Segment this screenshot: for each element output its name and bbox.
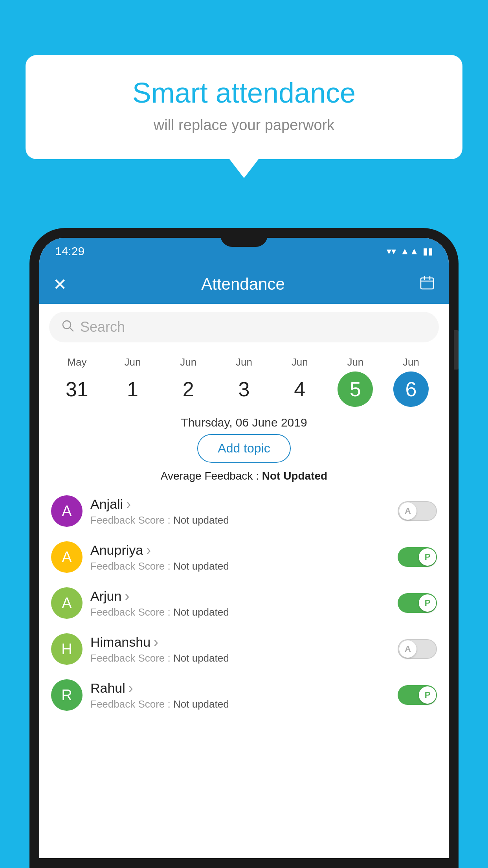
cal-date-number[interactable]: 3 — [226, 371, 262, 407]
student-row[interactable]: AAnjaliFeedback Score : Not updatedA — [47, 488, 441, 534]
phone-notch — [220, 228, 268, 247]
student-info: ArjunFeedback Score : Not updated — [90, 588, 390, 618]
student-feedback: Feedback Score : Not updated — [90, 652, 390, 664]
svg-line-5 — [70, 327, 73, 331]
speech-bubble: Smart attendance will replace your paper… — [26, 55, 462, 159]
student-avatar: H — [51, 633, 83, 665]
student-row[interactable]: HHimanshuFeedback Score : Not updatedA — [47, 626, 441, 672]
student-avatar: A — [51, 541, 83, 573]
student-avatar: R — [51, 679, 83, 711]
student-info: RahulFeedback Score : Not updated — [90, 680, 390, 710]
cal-month-label: Jun — [236, 356, 252, 368]
calendar-day[interactable]: May31 — [57, 356, 97, 407]
signal-icon: ▲▲ — [400, 246, 419, 257]
cal-month-label: Jun — [125, 356, 141, 368]
search-icon — [61, 319, 74, 335]
cal-month-label: May — [67, 356, 86, 368]
student-row[interactable]: RRahulFeedback Score : Not updatedP — [47, 672, 441, 718]
student-feedback: Feedback Score : Not updated — [90, 514, 390, 526]
student-info: AnupriyaFeedback Score : Not updated — [90, 542, 390, 572]
cal-date-number[interactable]: 5 — [338, 371, 373, 407]
attendance-toggle[interactable]: P — [398, 593, 437, 613]
cal-month-label: Jun — [403, 356, 419, 368]
attendance-toggle[interactable]: A — [398, 501, 437, 521]
student-avatar: A — [51, 495, 83, 527]
calendar-day[interactable]: Jun6 — [391, 356, 431, 407]
cal-month-label: Jun — [347, 356, 363, 368]
student-name[interactable]: Rahul — [90, 680, 390, 697]
search-bar[interactable]: Search — [49, 312, 439, 342]
cal-date-number[interactable]: 6 — [393, 371, 429, 407]
calendar-strip: May31Jun1Jun2Jun3Jun4Jun5Jun6 — [39, 350, 449, 409]
calendar-icon[interactable] — [419, 275, 435, 294]
student-feedback: Feedback Score : Not updated — [90, 698, 390, 710]
status-icons: ▾▾ ▲▲ ▮▮ — [387, 246, 433, 257]
attendance-toggle[interactable]: P — [398, 685, 437, 705]
cal-month-label: Jun — [292, 356, 308, 368]
student-list: AAnjaliFeedback Score : Not updatedAAAnu… — [39, 488, 449, 718]
student-row[interactable]: AArjunFeedback Score : Not updatedP — [47, 580, 441, 626]
add-topic-button[interactable]: Add topic — [197, 434, 290, 463]
student-row[interactable]: AAnupriyaFeedback Score : Not updatedP — [47, 534, 441, 580]
phone-screen: 14:29 ▾▾ ▲▲ ▮▮ ✕ Attendance — [39, 238, 449, 858]
cal-date-number[interactable]: 1 — [115, 371, 150, 407]
attendance-toggle[interactable]: P — [398, 547, 437, 567]
selected-date-label: Thursday, 06 June 2019 — [39, 409, 449, 434]
cal-date-number[interactable]: 4 — [282, 371, 317, 407]
student-feedback: Feedback Score : Not updated — [90, 560, 390, 572]
student-info: HimanshuFeedback Score : Not updated — [90, 634, 390, 664]
calendar-day[interactable]: Jun2 — [169, 356, 208, 407]
student-avatar: A — [51, 587, 83, 619]
svg-rect-0 — [421, 278, 433, 289]
bubble-title: Smart attendance — [49, 77, 439, 109]
header-title: Attendance — [201, 275, 285, 294]
attendance-toggle[interactable]: A — [398, 639, 437, 659]
search-input[interactable]: Search — [80, 319, 125, 335]
bubble-subtitle: will replace your paperwork — [49, 117, 439, 134]
calendar-day[interactable]: Jun4 — [280, 356, 319, 407]
student-name[interactable]: Himanshu — [90, 634, 390, 651]
speech-bubble-container: Smart attendance will replace your paper… — [26, 55, 462, 159]
close-button[interactable]: ✕ — [53, 275, 67, 294]
student-name[interactable]: Arjun — [90, 588, 390, 605]
phone-frame: 14:29 ▾▾ ▲▲ ▮▮ ✕ Attendance — [29, 228, 459, 868]
app-header: ✕ Attendance — [39, 265, 449, 304]
average-feedback: Average Feedback : Not Updated — [39, 470, 449, 482]
student-name[interactable]: Anupriya — [90, 542, 390, 559]
student-name[interactable]: Anjali — [90, 496, 390, 513]
cal-date-number[interactable]: 2 — [171, 371, 206, 407]
student-feedback: Feedback Score : Not updated — [90, 606, 390, 618]
calendar-day[interactable]: Jun1 — [113, 356, 152, 407]
student-info: AnjaliFeedback Score : Not updated — [90, 496, 390, 526]
status-time: 14:29 — [55, 245, 84, 258]
avg-feedback-label: Average Feedback : — [161, 470, 262, 482]
battery-icon: ▮▮ — [423, 246, 433, 257]
calendar-day[interactable]: Jun3 — [224, 356, 264, 407]
volume-button — [454, 330, 459, 370]
calendar-day[interactable]: Jun5 — [336, 356, 375, 407]
cal-date-number[interactable]: 31 — [59, 371, 95, 407]
cal-month-label: Jun — [180, 356, 196, 368]
avg-feedback-value: Not Updated — [262, 470, 327, 482]
wifi-icon: ▾▾ — [387, 246, 396, 257]
